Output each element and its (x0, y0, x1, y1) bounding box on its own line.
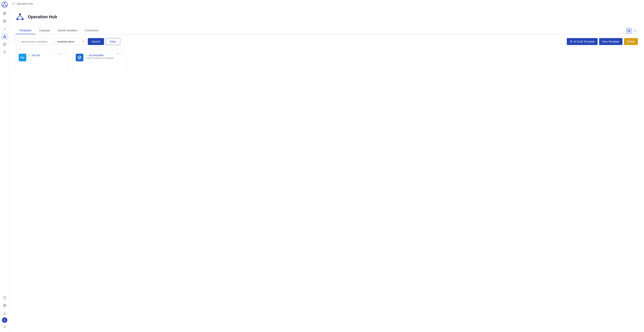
search-input[interactable] (21, 40, 52, 43)
card-icon-sql: SQL (19, 54, 26, 61)
page-logo-icon (16, 12, 25, 21)
page-title: Operation Hub (28, 14, 57, 19)
svg-line-35 (17, 15, 20, 18)
sidebar-item-chart[interactable] (1, 25, 8, 32)
svg-point-22 (4, 44, 5, 45)
tab-catalogs[interactable]: Catalogs (36, 27, 54, 34)
svg-rect-10 (5, 20, 6, 21)
card-menu-button-my-rds[interactable]: ··· (59, 52, 62, 56)
dropdown-arrow-icon: ▼ (82, 40, 84, 43)
card-name-my-template: my-template (89, 54, 104, 57)
svg-line-4 (3, 4, 4, 5)
svg-line-5 (4, 4, 6, 5)
sidebar-item-users[interactable] (1, 48, 8, 55)
search-button[interactable]: Search (88, 38, 104, 45)
sidebar-item-download[interactable] (1, 310, 8, 317)
topbar-title: Operation Hub (16, 2, 33, 5)
ai-icon (570, 40, 572, 43)
tab-connectors[interactable]: Connectors (81, 27, 103, 34)
ai-draft-label: AI Draft Template (574, 40, 594, 43)
card-checkbox-my-template[interactable] (121, 52, 124, 55)
svg-marker-48 (78, 56, 81, 57)
sidebar-item-hub[interactable] (1, 33, 8, 40)
sidebar-bottom: A (1, 294, 8, 331)
card-description-my-template: A demo webserice template (85, 57, 114, 59)
svg-line-19 (4, 36, 4, 37)
topbar: Operation Hub (9, 0, 644, 8)
svg-rect-38 (628, 30, 629, 31)
sidebar: A (0, 0, 9, 332)
svg-marker-47 (570, 40, 572, 42)
sidebar-item-menu[interactable] (1, 324, 8, 331)
catalog-dropdown[interactable]: template-demo template-1 template-2 ▼ (56, 38, 86, 45)
avatar[interactable]: A (2, 317, 7, 323)
main-area: Operation Hub Operation Hub Templates Ca… (9, 0, 644, 332)
sidebar-item-help[interactable] (1, 294, 8, 301)
toolbar: template-demo template-1 template-2 ▼ Se… (16, 38, 638, 45)
content-area: Operation Hub Templates Catalogs Global … (9, 8, 644, 332)
tabs-bar: Templates Catalogs Global Variables Conn… (16, 27, 638, 34)
sidebar-item-grid[interactable] (1, 18, 8, 25)
svg-rect-39 (629, 30, 630, 31)
card-info-my-template: ✓ my-template A demo webserice template (85, 54, 114, 59)
catalog-select[interactable]: template-demo template-1 template-2 (58, 40, 80, 43)
card-info-my-rds: ✓ my-rds (28, 54, 40, 57)
svg-point-1 (4, 2, 5, 4)
svg-rect-12 (5, 21, 6, 22)
search-input-wrapper[interactable] (16, 38, 54, 45)
sidebar-item-language[interactable] (1, 302, 8, 309)
svg-rect-41 (629, 31, 630, 32)
card-status-icon-my-rds: ✓ (28, 54, 30, 57)
svg-line-36 (20, 15, 23, 18)
svg-rect-11 (3, 21, 4, 22)
search-icon (18, 40, 20, 43)
sync-icon (12, 2, 15, 5)
svg-point-16 (4, 35, 5, 36)
svg-point-45 (18, 40, 20, 42)
svg-point-32 (19, 13, 21, 15)
card-name-row-my-template: ✓ my-template (85, 54, 114, 57)
card-my-template[interactable]: ··· ✓ my-template A demo webserice templ… (72, 50, 126, 73)
card-checkbox-my-rds[interactable] (64, 52, 67, 55)
svg-rect-40 (628, 31, 629, 32)
sidebar-item-globe[interactable] (1, 10, 8, 17)
svg-line-20 (4, 36, 6, 37)
tab-global-variables[interactable]: Global Variables (54, 27, 81, 34)
app-logo[interactable] (2, 1, 8, 8)
card-name-my-rds: my-rds (32, 54, 40, 57)
card-status-icon-my-template: ✓ (85, 54, 88, 57)
toolbar-right: AI Draft Template New Template Delete (567, 38, 638, 45)
page-header: Operation Hub (16, 12, 638, 21)
delete-button[interactable]: Delete (624, 38, 638, 45)
svg-point-23 (4, 51, 5, 52)
card-icon-layers (76, 54, 84, 61)
list-view-button[interactable] (632, 28, 638, 33)
ai-draft-button[interactable]: AI Draft Template (567, 38, 598, 45)
svg-rect-9 (3, 20, 4, 21)
cards-grid: ··· SQL ✓ my-rds ··· (16, 50, 638, 73)
card-name-row-my-rds: ✓ my-rds (28, 54, 40, 57)
card-my-rds[interactable]: ··· SQL ✓ my-rds (16, 50, 69, 73)
new-template-button[interactable]: New Template (599, 38, 622, 45)
svg-line-46 (19, 42, 20, 42)
clear-button[interactable]: Clear (106, 38, 120, 45)
view-toggle (626, 28, 638, 33)
tab-templates[interactable]: Templates (16, 27, 36, 34)
sidebar-item-settings[interactable] (1, 41, 8, 48)
card-menu-button-my-template[interactable]: ··· (116, 52, 119, 56)
grid-view-button[interactable] (626, 28, 632, 33)
